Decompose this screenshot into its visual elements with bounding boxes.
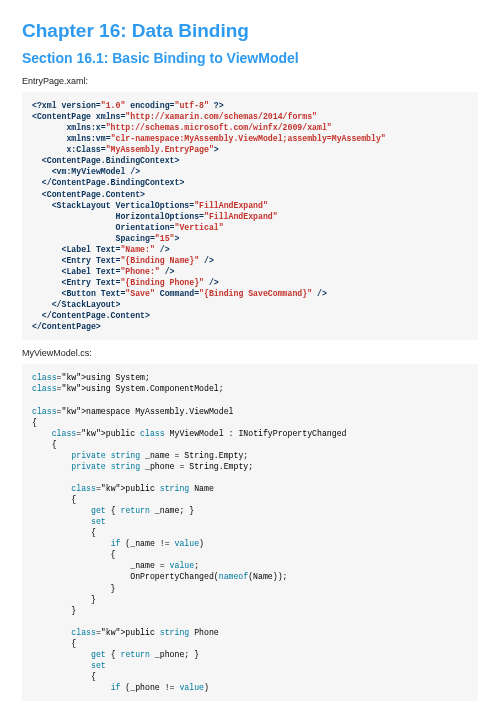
chapter-title: Chapter 16: Data Binding xyxy=(22,20,478,42)
viewmodel-label: MyViewModel.cs: xyxy=(22,348,478,358)
code-block-cs: class="kw">using System; class="kw">usin… xyxy=(22,364,478,701)
entrypage-label: EntryPage.xaml: xyxy=(22,76,478,86)
code-block-xaml: <?xml version="1.0" encoding="utf-8" ?> … xyxy=(22,92,478,340)
section-title: Section 16.1: Basic Binding to ViewModel xyxy=(22,50,478,66)
